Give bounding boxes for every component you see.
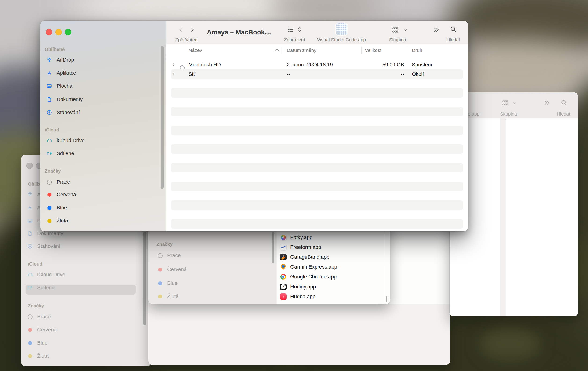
sidebar-item-icloud-drive[interactable]: iCloud Drive [46, 136, 85, 146]
sidebar-item-label: Blue [37, 340, 47, 346]
sidebar-item-tag-work[interactable]: Práce [156, 250, 180, 261]
sidebar-scrollbar[interactable] [161, 46, 164, 189]
group-by-icon[interactable] [501, 99, 509, 107]
column-header-kind[interactable]: Druh [412, 47, 422, 53]
sidebar-item-tag-yellow[interactable]: Žlutá [26, 351, 49, 361]
sort-chevrons-icon[interactable] [297, 26, 302, 33]
list-item[interactable]: Hodiny.app [280, 282, 316, 291]
desktop-icon [46, 83, 53, 89]
sidebar-item-shared[interactable]: Sdílené [46, 148, 74, 159]
sidebar-item-tag-red[interactable]: Červená [46, 190, 76, 200]
sidebar-item-airdrop[interactable]: AirDrop [46, 55, 74, 65]
sidebar-item-tag-red[interactable]: Červená [156, 264, 187, 275]
sidebar-item-tag-blue[interactable]: Blue [26, 338, 47, 348]
search-icon[interactable] [560, 99, 567, 106]
chrome-app-icon [280, 274, 286, 280]
file-kind: Okolí [412, 71, 424, 77]
search-icon[interactable] [450, 26, 457, 33]
list-item[interactable]: Fotky.app [280, 233, 313, 242]
tag-dot-yellow-icon [26, 354, 34, 358]
sidebar-scrollbar[interactable] [272, 232, 274, 263]
disclosure-chevron-icon[interactable]: › [173, 71, 175, 77]
more-toolbar-items-icon[interactable] [433, 26, 440, 33]
finder-window-front[interactable]: Oblíbené AirDrop Aplikace Plocha Dokumen… [41, 21, 468, 231]
sidebar-scrollbar[interactable] [143, 232, 147, 325]
tag-ring-icon [26, 314, 34, 319]
sidebar-item-tag-work[interactable]: Práce [46, 177, 70, 187]
sidebar-item-label: iCloud Drive [57, 138, 85, 144]
sidebar-header-icloud: iCloud [45, 127, 59, 133]
sidebar-item-label: Práce [37, 314, 51, 320]
sidebar-item-tag-red[interactable]: Červená [26, 325, 57, 335]
sidebar-item-downloads[interactable]: Stahování [46, 107, 80, 118]
sidebar-item-desktop[interactable]: Plocha [46, 81, 72, 91]
list-item[interactable]: ♪ Hudba.app [280, 292, 315, 301]
back-icon[interactable] [178, 27, 184, 33]
sidebar-item-tag-blue[interactable]: Blue [156, 278, 178, 288]
column-divider[interactable] [281, 46, 281, 54]
disclosure-chevron-icon[interactable]: › [173, 61, 175, 68]
sidebar-item-label: iCloud Drive [37, 272, 65, 278]
chevron-down-icon[interactable] [512, 101, 516, 105]
toolbar: e.app Skupina Hledat [450, 92, 578, 118]
window-content: Zpět/vpřed Amaya – MacBook… Zobrazení Vi… [166, 21, 468, 231]
group-label: Skupina [389, 37, 406, 42]
sidebar-item-label: Blue [167, 280, 178, 286]
sidebar-header-tags: Značky [45, 169, 61, 174]
more-toolbar-items-icon[interactable] [543, 99, 550, 106]
cloud-icon [46, 138, 53, 144]
sidebar-item-label: Práce [57, 179, 70, 185]
sidebar-item-tag-work[interactable]: Práce [26, 312, 51, 322]
list-item[interactable]: Google Chrome.app [280, 272, 336, 281]
list-item[interactable]: GarageBand.app [280, 252, 330, 262]
sidebar-item-downloads[interactable]: Stahování [26, 241, 60, 252]
sidebar-item-label: Žlutá [167, 293, 179, 299]
list-view-icon[interactable] [287, 26, 294, 33]
list-item[interactable]: Garmin Express.app [280, 262, 337, 272]
close-icon[interactable] [26, 163, 33, 169]
column-header-size[interactable]: Velikost [365, 47, 381, 53]
tag-dot-red-icon [26, 328, 34, 332]
sidebar-item-icloud-drive[interactable]: iCloud Drive [26, 269, 65, 280]
sidebar-item-shared[interactable]: Sdílené [26, 283, 55, 293]
cloud-icon [26, 272, 34, 278]
file-list: › Macintosh HD 2. února 2024 18:19 59,09… [166, 56, 468, 231]
sidebar-item-applications[interactable]: Aplikace [46, 68, 76, 78]
chevron-down-icon[interactable] [403, 28, 408, 32]
tag-dot-blue-icon [156, 281, 164, 285]
sidebar-item-tag-yellow[interactable]: Žlutá [46, 216, 68, 226]
app-name: Fotky.app [290, 234, 313, 241]
file-date: 2. února 2024 18:19 [287, 62, 333, 68]
row-stripe [171, 88, 463, 97]
download-icon [46, 109, 53, 116]
app-store-icon [46, 70, 53, 76]
zoom-icon[interactable] [65, 29, 71, 35]
vscode-app-icon[interactable] [336, 23, 347, 35]
download-icon [26, 243, 34, 249]
table-row[interactable]: › Síť -- -- Okolí [171, 69, 463, 79]
column-resize-handle[interactable] [386, 296, 388, 302]
column-divider[interactable] [407, 46, 407, 54]
sidebar-item-tag-yellow[interactable]: Žlutá [156, 291, 179, 302]
forward-icon[interactable] [189, 27, 195, 33]
column-header-name[interactable]: Název [189, 47, 202, 53]
freeform-app-icon [280, 244, 286, 251]
toolbar: Zpět/vpřed Amaya – MacBook… Zobrazení Vi… [166, 21, 468, 45]
close-icon[interactable] [46, 29, 52, 35]
table-row[interactable]: › Macintosh HD 2. února 2024 18:19 59,09… [171, 60, 463, 69]
photos-app-icon [280, 234, 286, 241]
sidebar-item-documents[interactable]: Dokumenty [46, 94, 83, 105]
group-by-icon[interactable] [391, 26, 399, 34]
row-stripe [171, 144, 463, 154]
minimize-icon[interactable] [55, 29, 62, 35]
column-divider[interactable] [361, 46, 362, 54]
column-header-date[interactable]: Datum změny [287, 47, 316, 53]
sidebar-item-label: Žlutá [57, 218, 68, 224]
sidebar-item-label: Sdílené [37, 285, 55, 291]
list-item[interactable]: Freeform.app [280, 243, 321, 252]
file-name: Síť [189, 71, 195, 77]
sidebar-item-label: Práce [167, 252, 180, 258]
sidebar-item-tag-blue[interactable]: Blue [46, 202, 67, 213]
sidebar-item-label: Dokumenty [57, 96, 83, 102]
finder-window-back-right[interactable]: e.app Skupina Hledat [450, 92, 578, 316]
